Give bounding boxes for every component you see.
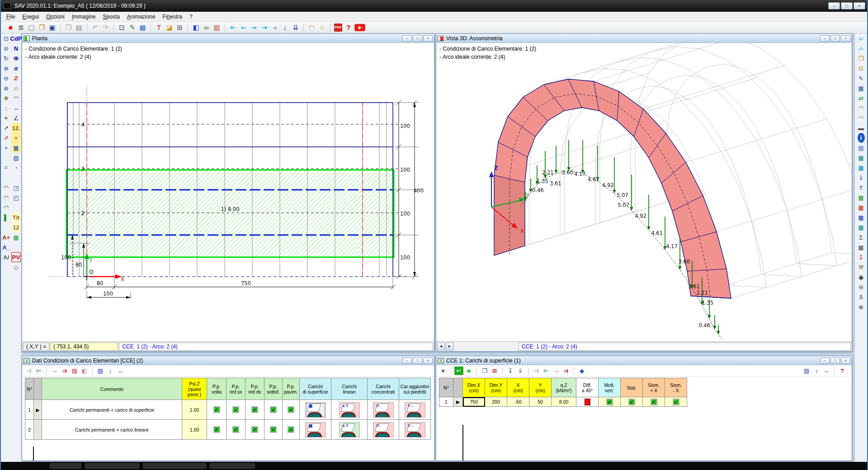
checkbox[interactable]: ✔ <box>288 426 294 433</box>
close-button[interactable]: × <box>841 35 850 42</box>
project-tree-icon[interactable]: ≣ <box>16 23 26 32</box>
commento-cell[interactable]: Carichi permanenti + carico di superfici… <box>42 400 182 420</box>
close-button[interactable]: × <box>841 357 850 364</box>
span-dim-icon[interactable]: ↔ <box>11 103 21 113</box>
append-row-icon[interactable]: ⊣ <box>532 367 541 375</box>
edit-cdp-icon[interactable]: ✎ <box>127 23 137 32</box>
load-type-concentrati-cell[interactable]: P↓ <box>368 420 399 440</box>
eye-icon[interactable]: ◉ <box>856 272 866 282</box>
load-type-concentrati-cell[interactable]: P↓ <box>368 400 399 420</box>
load-superficie-icon[interactable]: ▦ <box>305 422 326 437</box>
redo-icon[interactable]: ↷ <box>101 23 110 32</box>
value-cell[interactable]: 750 <box>463 397 485 407</box>
checkbox-cell[interactable]: ✔ <box>245 420 264 440</box>
arch-view-3-icon[interactable]: ◠ <box>1 202 11 212</box>
checkbox[interactable]: ✔ <box>213 406 220 413</box>
glasses-icon[interactable]: ∞ <box>202 23 211 32</box>
coord-value[interactable]: ( 753.1, 434.5) <box>50 343 118 351</box>
checkbox-cell[interactable]: ✔ <box>283 420 300 440</box>
checkbox[interactable]: ✔ <box>628 399 635 405</box>
load-type-superficie-cell[interactable]: ▦ <box>300 420 331 440</box>
combo-teal-icon[interactable]: ▦ <box>856 222 866 232</box>
checkbox-cell[interactable]: ✔ <box>226 420 245 440</box>
note-add-icon[interactable]: + <box>11 133 21 143</box>
close-button[interactable]: × <box>423 357 433 364</box>
text-slash-icon[interactable]: A/ <box>1 252 11 262</box>
taskbar-item[interactable] <box>50 463 81 469</box>
arch-next-icon[interactable]: ◠ <box>856 113 866 123</box>
load-type-lineari-cell[interactable]: x Y <box>331 400 368 420</box>
grid-export-icon[interactable]: ▧ <box>11 153 21 163</box>
maximize-button[interactable]: □ <box>841 2 853 9</box>
split-window-icon[interactable]: ▤ <box>802 367 811 375</box>
surface-load-icon[interactable]: ◆ <box>577 367 586 375</box>
zoom-in-icon[interactable]: ⊕ <box>1 63 11 73</box>
export-icon[interactable]: ↧ <box>856 252 866 262</box>
fill-down-icon[interactable]: ↧ <box>506 367 515 375</box>
fit-cols-icon[interactable]: ↔ <box>116 367 125 375</box>
arch-library-icon[interactable]: Ω <box>856 63 866 73</box>
arch-view-2-icon[interactable]: ◠ <box>1 193 11 202</box>
value-cell[interactable]: -50 <box>507 397 529 407</box>
move-origin-icon[interactable]: + <box>1 143 11 153</box>
calculator-icon[interactable]: ⊞ <box>175 23 184 32</box>
prev-small-icon[interactable]: ◂ <box>270 23 279 32</box>
speed-icon[interactable]: ◔ <box>11 163 21 173</box>
kinematics-icon[interactable]: ▬ <box>856 123 866 133</box>
checkbox[interactable]: ✔ <box>270 426 277 433</box>
swap-arch-icon[interactable]: ⇄ <box>856 93 866 103</box>
first-arch-icon[interactable]: ⇤ <box>228 23 238 32</box>
arch-dashed-icon[interactable]: ◠ <box>11 93 21 103</box>
open-icon[interactable]: ❐ <box>37 23 47 32</box>
loads-down-icon[interactable]: ⇓ <box>856 173 866 183</box>
menu-opzioni[interactable]: Opzioni <box>42 13 68 21</box>
save-icon[interactable]: ▣ <box>47 23 57 32</box>
insert-row-icon[interactable]: → <box>552 367 561 375</box>
page-right-icon[interactable]: ⇨ <box>856 43 866 53</box>
pdf-icon[interactable]: PDF <box>334 24 342 32</box>
arch-profile-icon[interactable]: ◠ <box>307 23 316 32</box>
win-shrink-icon[interactable]: ◰ <box>11 193 21 202</box>
load-concentrati-icon[interactable]: P↓ <box>373 402 394 418</box>
menu-immagine[interactable]: Immagine <box>68 13 99 21</box>
psi2-cell[interactable]: 1.00 <box>182 420 207 440</box>
checkbox-cell[interactable]: ✔ <box>599 397 621 407</box>
help-icon[interactable]: ? <box>838 367 847 375</box>
menu-finestra[interactable]: Finestra <box>159 13 186 21</box>
report-table-icon[interactable]: ▩ <box>856 242 866 252</box>
checkbox[interactable]: ✔ <box>251 426 258 433</box>
measure-icon[interactable]: ↗ <box>1 123 11 133</box>
stop-icon[interactable]: ■ <box>6 23 15 32</box>
split-window-icon[interactable]: ▤ <box>96 367 105 375</box>
menu-esegui[interactable]: Esegui <box>19 13 42 21</box>
display-options-icon[interactable]: ◧ <box>191 23 201 32</box>
checkbox[interactable]: ✔ <box>606 399 613 405</box>
load-piedritti-icon[interactable]: F→ <box>405 402 425 418</box>
sketch-icon[interactable]: ∠ <box>11 113 21 123</box>
prev-page-button[interactable]: ◄ <box>437 343 445 350</box>
checkbox-cell[interactable]: ✔ <box>226 400 245 420</box>
fit-rows-icon[interactable]: ↕ <box>106 367 115 375</box>
edit-geometry-icon[interactable]: ✎ <box>856 73 866 83</box>
undo-icon[interactable]: ↶ <box>90 23 100 32</box>
minimize-button[interactable]: – <box>820 35 830 42</box>
maximize-button[interactable]: □ <box>830 357 840 364</box>
load-type-piedritti-cell[interactable]: F→ <box>399 400 431 420</box>
zoom-previous-icon[interactable]: ⊘ <box>1 43 11 53</box>
section-icon[interactable]: ⊖ <box>856 282 866 292</box>
fit-rows-icon[interactable]: ↕ <box>812 367 821 375</box>
move-rows-icon[interactable]: ⇉ <box>60 367 69 375</box>
minimize-button[interactable]: – <box>820 357 830 364</box>
psi2-cell[interactable]: 1.00 <box>182 400 207 420</box>
paste-icon[interactable]: ❐ <box>480 367 489 375</box>
active-icon[interactable]: ■ <box>464 367 473 375</box>
row-marker[interactable]: ▶ <box>453 397 463 407</box>
checkbox-cell[interactable]: ✔ <box>621 397 643 407</box>
checkbox-cell[interactable]: ✔ <box>643 397 665 407</box>
table-edit-icon[interactable]: ▦ <box>138 23 147 32</box>
checkbox-cell[interactable]: ✔ <box>207 400 226 420</box>
zoom-window-icon[interactable]: ⊡ <box>1 33 11 43</box>
minimize-button[interactable]: – <box>828 2 840 9</box>
append-many-icon[interactable]: ⊨ <box>542 367 551 375</box>
taskbar-item[interactable] <box>210 463 255 469</box>
